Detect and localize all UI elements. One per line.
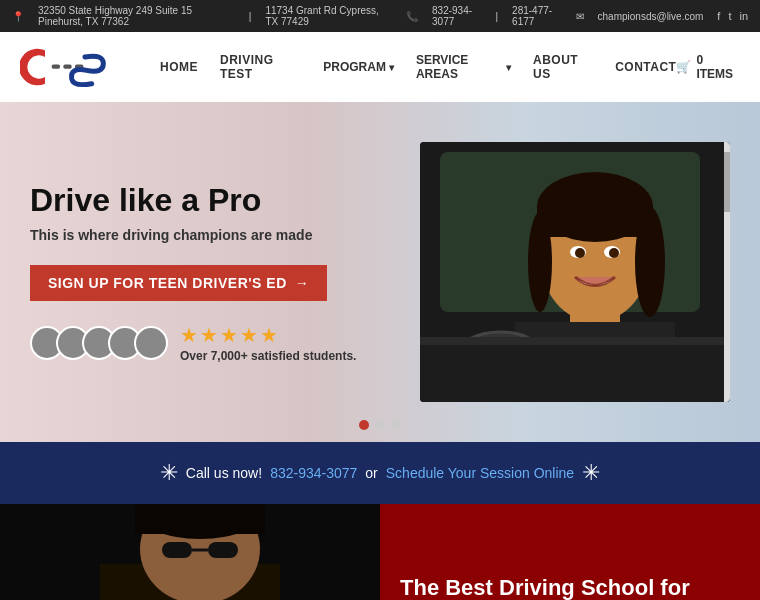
call-text: Call us now! xyxy=(186,465,262,481)
svg-point-11 xyxy=(635,207,665,317)
cart-icon-symbol: 🛒 xyxy=(676,60,691,74)
students-count: Over 7,000+ satisfied students. xyxy=(180,349,356,363)
email-icon: ✉ xyxy=(576,11,584,22)
cta-button-label: SIGN UP FOR TEEN DRIVER'S ED xyxy=(48,275,287,291)
svg-rect-10 xyxy=(537,207,653,237)
address1: 32350 State Highway 249 Suite 15 Pinehur… xyxy=(38,5,235,27)
svg-point-15 xyxy=(575,248,585,258)
dot-3[interactable] xyxy=(391,420,401,430)
carousel-dots xyxy=(359,420,401,430)
asterisk-left: ✳ xyxy=(160,460,178,486)
bottom-image-inner xyxy=(0,504,380,600)
hero-image xyxy=(420,142,730,402)
address2: 11734 Grant Rd Cypress, TX 77429 xyxy=(265,5,392,27)
scroll-thumb[interactable] xyxy=(724,152,730,212)
nav-home[interactable]: HOME xyxy=(160,60,198,74)
nav-about-us[interactable]: ABOUT US xyxy=(533,53,593,81)
svg-rect-25 xyxy=(135,509,265,534)
hero-img-bg xyxy=(420,142,730,402)
svg-rect-0 xyxy=(52,65,60,69)
phone2: 281-477-6177 xyxy=(512,5,561,27)
navbar: HOME DRIVING TEST PROGRAM SERVICE AREAS … xyxy=(0,32,760,102)
svg-rect-26 xyxy=(162,542,192,558)
cta-bar: ✳ Call us now! 832-934-3077 or Schedule … xyxy=(0,442,760,504)
bottom-text: The Best Driving School for xyxy=(380,504,760,600)
phone-link[interactable]: 832-934-3077 xyxy=(270,465,357,481)
svg-rect-18 xyxy=(420,337,730,402)
email: championsds@live.com xyxy=(598,11,704,22)
students-row: ★★★★★ Over 7,000+ satisfied students. xyxy=(30,323,400,363)
avatar-5 xyxy=(134,326,168,360)
svg-rect-19 xyxy=(420,337,730,345)
bottom-image xyxy=(0,504,380,600)
nav-program[interactable]: PROGRAM xyxy=(323,60,394,74)
social-links: f t in xyxy=(717,10,748,22)
top-bar: 📍 32350 State Highway 249 Suite 15 Pineh… xyxy=(0,0,760,32)
cart-area[interactable]: 🛒 0 ITEMS xyxy=(676,53,740,81)
bottom-section: The Best Driving School for xyxy=(0,504,760,600)
twitter-link[interactable]: t xyxy=(728,10,731,22)
cta-button[interactable]: SIGN UP FOR TEEN DRIVER'S ED → xyxy=(30,265,327,301)
hero-heading: Drive like a Pro xyxy=(30,182,400,219)
address-separator: | xyxy=(249,11,252,22)
svg-rect-27 xyxy=(208,542,238,558)
hero-left: Drive like a Pro This is where driving c… xyxy=(30,182,420,363)
hero-subheading: This is where driving champions are made xyxy=(30,227,400,243)
nav-contact[interactable]: CONTACT xyxy=(615,60,676,74)
nav-driving-test[interactable]: DRIVING TEST xyxy=(220,53,301,81)
facebook-link[interactable]: f xyxy=(717,10,720,22)
location-icon: 📍 xyxy=(12,11,24,22)
phone-icon: 📞 xyxy=(406,11,418,22)
svg-point-12 xyxy=(528,212,552,312)
cart-items-count: 0 ITEMS xyxy=(696,53,740,81)
arrow-icon: → xyxy=(295,275,310,291)
nav-links: HOME DRIVING TEST PROGRAM SERVICE AREAS … xyxy=(160,53,676,81)
phone-separator: | xyxy=(495,11,498,22)
dot-2[interactable] xyxy=(375,420,385,430)
star-rating: ★★★★★ xyxy=(180,323,356,347)
scrollbar[interactable] xyxy=(724,142,730,402)
or-text: or xyxy=(365,465,377,481)
schedule-link[interactable]: Schedule Your Session Online xyxy=(386,465,574,481)
avatars xyxy=(30,326,168,360)
hero-section: Drive like a Pro This is where driving c… xyxy=(0,102,760,442)
dot-1[interactable] xyxy=(359,420,369,430)
instagram-link[interactable]: in xyxy=(739,10,748,22)
asterisk-right: ✳ xyxy=(582,460,600,486)
bottom-heading: The Best Driving School for xyxy=(400,574,690,600)
phone1: 832-934-3077 xyxy=(432,5,481,27)
logo[interactable] xyxy=(20,42,120,92)
svg-point-16 xyxy=(609,248,619,258)
nav-service-areas[interactable]: SERVICE AREAS xyxy=(416,53,511,81)
svg-rect-1 xyxy=(63,65,71,69)
stars-info: ★★★★★ Over 7,000+ satisfied students. xyxy=(180,323,356,363)
